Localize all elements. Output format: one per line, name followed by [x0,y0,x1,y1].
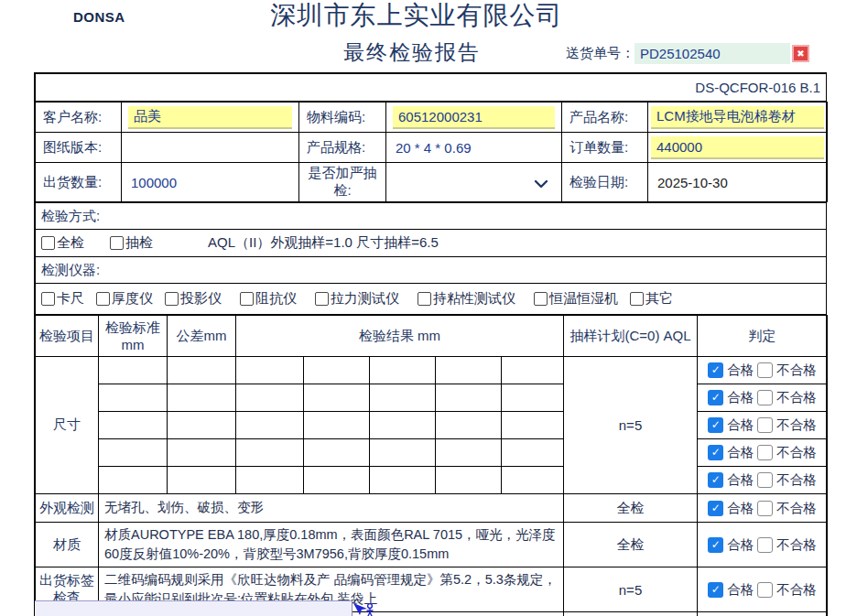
delivery-number-group: 送货单号： PD25102540 ✖ [566,43,809,64]
result-cell[interactable] [436,357,502,384]
dimension-sampling: n=5 [564,357,698,494]
pass-label: 合格 [727,500,754,517]
pass-label: 合格 [727,536,754,554]
info-table: 客户名称: 品美 物料编码: 60512000231 产品名称: LCM接地导电… [35,102,828,202]
result-cell[interactable] [370,412,436,439]
projector-checkbox[interactable] [165,292,179,306]
result-cell[interactable] [236,412,304,439]
fail-checkbox[interactable] [757,537,773,553]
fail-checkbox[interactable] [757,501,773,516]
result-cell[interactable] [436,439,502,467]
method-table: 检验方式: 全检 抽检 AQL（II）外观抽样=1.0 尺寸抽样=6.5 检测仪… [35,202,827,315]
full-inspection-checkbox[interactable] [41,236,55,250]
standard-cell[interactable] [99,384,168,412]
order-qty-input[interactable]: 440000 [651,136,824,159]
thickness-gauge-checkbox[interactable] [96,292,110,306]
pass-checkbox-checked[interactable]: ✓ [708,537,723,553]
fail-checkbox[interactable] [757,582,773,598]
pass-checkbox-checked[interactable]: ✓ [708,582,723,598]
fail-label: 不合格 [776,389,817,406]
fail-checkbox[interactable] [757,472,773,488]
result-cell[interactable] [304,412,370,439]
material-item-label: 材质 [36,523,99,567]
result-cell[interactable] [370,467,436,494]
ship-qty-label: 出货数量: [36,163,122,202]
fail-checkbox[interactable] [757,390,773,405]
strict-sampling-dropdown[interactable] [386,163,562,202]
result-cell[interactable] [370,357,436,384]
result-cell[interactable] [370,439,436,467]
result-cell[interactable] [436,412,502,439]
result-cell[interactable] [370,384,436,412]
pass-checkbox-checked[interactable]: ✓ [708,417,723,433]
tolerance-cell[interactable] [168,412,236,439]
fail-checkbox[interactable] [757,417,773,433]
result-cell[interactable] [236,357,304,384]
caliper-checkbox[interactable] [41,292,55,306]
result-cell[interactable] [236,467,304,494]
pass-checkbox-checked[interactable]: ✓ [708,472,723,488]
tolerance-cell[interactable] [168,384,236,412]
standard-cell[interactable] [99,412,168,439]
appearance-row: 外观检测 无堵孔、划伤、破损、变形 全检 ✓合格 不合格 [36,494,828,523]
result-cell[interactable] [502,412,564,439]
pass-label: 合格 [727,416,754,434]
material-code-input[interactable]: 60512000231 [393,106,555,129]
standard-cell[interactable] [99,467,168,494]
material-code-label: 物料编码: [299,103,386,133]
company-name: 深圳市东上实业有限公司 [0,0,833,33]
pass-label: 合格 [727,444,754,461]
result-cell[interactable] [436,384,502,412]
thickness-gauge-label: 厚度仪 [112,290,153,308]
appearance-sampling: 全检 [564,494,698,523]
fail-checkbox[interactable] [757,445,773,460]
pass-checkbox-checked[interactable]: ✓ [708,501,723,516]
adhesion-tester-checkbox[interactable] [418,292,431,306]
other-instrument-checkbox[interactable] [630,292,644,306]
pass-label: 合格 [727,362,754,379]
fail-label: 不合格 [776,471,817,489]
tolerance-cell[interactable] [168,467,236,494]
material-sampling: 全检 [564,523,698,567]
dimension-row: 尺寸 n=5 ✓合格 不合格 [36,357,828,384]
result-cell[interactable] [436,467,502,494]
pass-checkbox-checked[interactable]: ✓ [708,445,723,460]
tension-tester-checkbox[interactable] [315,292,329,306]
col-header-result: 检验结果 mm [236,316,564,357]
clear-icon[interactable]: ✖ [792,45,809,62]
result-cell[interactable] [304,384,370,412]
humidity-chamber-checkbox[interactable] [534,292,548,306]
drawing-version-value[interactable] [122,133,299,163]
result-cell[interactable] [304,357,370,384]
customer-input[interactable]: 品美 [128,106,292,129]
standard-cell[interactable] [99,439,168,467]
delivery-number-input[interactable]: PD25102540 [634,43,790,64]
tolerance-cell[interactable] [168,357,236,384]
humidity-chamber-label: 恒温恒湿机 [549,290,618,308]
sampling-inspection-checkbox[interactable] [110,236,124,250]
tolerance-cell[interactable] [168,439,236,467]
standard-cell[interactable] [99,357,168,384]
form-code: DS-QCFOR-016 B.1 [36,74,827,102]
result-cell[interactable] [304,467,370,494]
pass-label: 合格 [727,581,754,599]
product-name-input[interactable]: LCM接地导电泡棉卷材 [651,106,824,129]
result-cell[interactable] [502,384,564,412]
collaborator-cursor-icon [352,602,375,616]
impedance-checkbox[interactable] [240,292,254,306]
pass-label: 合格 [727,389,754,406]
rohs-sampling: 全检 [564,612,698,616]
floating-overlay [35,600,352,616]
result-cell[interactable] [502,467,564,494]
ship-qty-value: 100000 [122,163,299,202]
result-cell[interactable] [502,357,564,384]
result-cell[interactable] [236,439,304,467]
pass-checkbox-checked[interactable]: ✓ [708,362,723,378]
appearance-item-label: 外观检测 [36,494,99,523]
result-cell[interactable] [502,439,564,467]
pass-checkbox-checked[interactable]: ✓ [708,390,723,405]
col-header-item: 检验项目 [36,316,99,357]
fail-checkbox[interactable] [757,362,773,378]
result-cell[interactable] [304,439,370,467]
result-cell[interactable] [236,384,304,412]
